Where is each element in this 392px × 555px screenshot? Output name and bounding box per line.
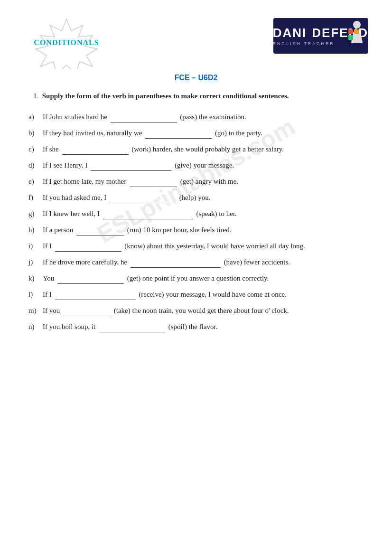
list-item: d)If I see Henry, I (give) your message.: [28, 160, 368, 171]
list-item: k)You (get) one point if you answer a qu…: [28, 273, 368, 284]
list-item: l)If I (receive) your message, I would h…: [28, 289, 368, 300]
list-item: g)If I knew her well, I (speak) to her.: [28, 208, 368, 219]
list-item: c)If she (work) harder, she would probab…: [28, 143, 368, 155]
header: CONDITIONALS DANI DEFENDI ENGLISH TEACHE…: [24, 14, 368, 69]
item-label: n): [28, 321, 43, 332]
item-text: If I get home late, my mother (get) angr…: [43, 176, 368, 187]
list-item: a)If John studies hard he (pass) the exa…: [28, 111, 368, 122]
list-item: n)If you boil soup, it (spoil) the flavo…: [28, 321, 368, 332]
item-label: i): [28, 240, 43, 252]
logo-box: DANI DEFENDI ENGLISH TEACHER: [273, 14, 368, 57]
item-label: a): [28, 111, 43, 122]
item-text: If I see Henry, I (give) your message.: [43, 160, 368, 171]
logo-name1: DANI: [273, 26, 307, 40]
item-text: If you boil soup, it (spoil) the flavor.: [43, 321, 368, 332]
list-item: h)If a person (run) 10 km per hour, she …: [28, 224, 368, 235]
blank-line: [63, 308, 111, 316]
item-text: If you (take) the noon train, you would …: [43, 305, 368, 316]
exercise-list: a)If John studies hard he (pass) the exa…: [24, 111, 368, 332]
blank-line: [55, 292, 136, 300]
tag-container: CONDITIONALS: [24, 17, 109, 69]
blank-line: [103, 211, 193, 219]
item-text: If they had invited us, naturally we (go…: [43, 127, 368, 139]
blank-line: [62, 146, 129, 155]
logo-subtitle: ENGLISH TEACHER: [273, 41, 335, 46]
blank-line: [99, 324, 165, 332]
blank-line: [110, 195, 176, 203]
item-text: If I (know) about this yesterday, I woul…: [43, 240, 368, 252]
item-label: h): [28, 224, 43, 235]
item-label: l): [28, 289, 43, 300]
blank-line: [111, 114, 177, 122]
item-label: d): [28, 160, 43, 171]
list-item: i)If I (know) about this yesterday, I wo…: [28, 240, 368, 252]
blank-line: [76, 227, 124, 235]
item-text: If she (work) harder, she would probably…: [43, 143, 368, 155]
list-item: e)If I get home late, my mother (get) an…: [28, 176, 368, 187]
svg-rect-4: [354, 29, 359, 34]
blank-line: [91, 162, 171, 171]
item-text: You (get) one point if you answer a ques…: [43, 273, 368, 284]
item-label: b): [28, 127, 43, 139]
item-label: c): [28, 143, 43, 155]
item-label: f): [28, 192, 43, 203]
list-item: j)If he drove more carefully, he (have) …: [28, 256, 368, 268]
page-title: FCE – U6D2: [24, 74, 368, 82]
item-text: If you had asked me, I (help) you.: [43, 192, 368, 203]
item-label: j): [28, 256, 43, 268]
svg-rect-3: [348, 35, 353, 40]
instruction-number: 1.: [33, 92, 38, 100]
blank-line: [55, 243, 121, 252]
list-item: b)If they had invited us, naturally we (…: [28, 127, 368, 139]
item-text: If John studies hard he (pass) the exami…: [43, 111, 368, 122]
svg-point-1: [353, 21, 361, 28]
item-label: e): [28, 176, 43, 187]
item-text: If he drove more carefully, he (have) fe…: [43, 256, 368, 268]
logo-person-icon: [346, 20, 364, 44]
item-label: k): [28, 273, 43, 284]
list-item: m)If you (take) the noon train, you woul…: [28, 305, 368, 316]
blank-line: [145, 130, 212, 139]
svg-rect-2: [348, 29, 353, 34]
item-label: g): [28, 208, 43, 219]
blank-line: [130, 179, 177, 187]
item-label: m): [28, 305, 43, 316]
blank-line: [57, 275, 124, 284]
item-text: If I (receive) your message, I would hav…: [43, 289, 368, 300]
instruction: 1. Supply the form of the verb in parent…: [24, 91, 368, 102]
tag-label: CONDITIONALS: [34, 38, 99, 47]
list-item: f)If you had asked me, I (help) you.: [28, 192, 368, 203]
logo-inner: DANI DEFENDI ENGLISH TEACHER: [273, 18, 368, 54]
instruction-text: Supply the form of the verb in parenthes…: [42, 92, 289, 100]
item-text: If a person (run) 10 km per hour, she fe…: [43, 224, 368, 235]
blank-line: [131, 259, 221, 268]
item-text: If I knew her well, I (speak) to her.: [43, 208, 368, 219]
